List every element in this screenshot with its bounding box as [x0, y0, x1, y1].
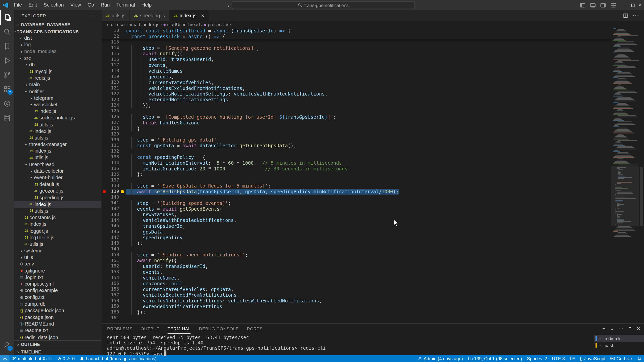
code-line[interactable]: 158vehiclesNotificationSettings: vehicle… — [101, 298, 611, 304]
editor-more-actions-icon[interactable]: ··· — [632, 12, 639, 19]
chevron-right-icon[interactable]: › — [28, 96, 34, 101]
status-indentation[interactable]: Spaces: 2 — [525, 355, 549, 362]
line-content[interactable]: }); — [126, 309, 611, 315]
chevron-right-icon[interactable]: › — [28, 169, 34, 174]
tree-item[interactable]: ▤.login.txt — [14, 274, 101, 281]
chevron-down-icon[interactable]: › — [19, 55, 24, 61]
line-content[interactable]: minNotificationInterval: 5 * 60 * 1000, … — [126, 160, 611, 166]
code-line[interactable]: 127break handlesGeozone — [101, 120, 611, 126]
line-content[interactable]: events, — [126, 62, 611, 68]
gutter[interactable]: 123 — [101, 97, 126, 103]
code-line[interactable]: 114step = '[Sending geozone notification… — [101, 45, 611, 51]
gutter[interactable]: 141 — [101, 200, 126, 206]
gutter[interactable]: 117 — [101, 62, 126, 68]
tree-item[interactable]: {}package.json — [14, 314, 101, 321]
line-number[interactable]: 145 — [107, 223, 119, 229]
code-line[interactable]: 128} — [101, 126, 611, 131]
tree-item[interactable]: ›dist — [14, 35, 101, 41]
panel-tab-terminal[interactable]: TERMINAL — [168, 324, 191, 334]
tree-item[interactable]: ▤readme.txt — [14, 327, 101, 334]
section-timeline[interactable]: › TIMELINE — [14, 348, 101, 355]
tree-item[interactable]: ›notifier — [14, 88, 101, 95]
line-content[interactable]: }; — [126, 171, 611, 177]
code-line[interactable]: 157vehiclesExcludedFromNotifications, — [101, 292, 611, 298]
line-number[interactable]: 159 — [107, 304, 119, 309]
line-number[interactable]: 136 — [107, 171, 119, 177]
line-content[interactable]: vehiclesNotificationSettings: vehiclesWi… — [126, 91, 611, 97]
line-number[interactable]: 22 — [107, 34, 119, 39]
nav-back-icon[interactable]: ← — [227, 2, 232, 8]
gutter[interactable]: 125 — [101, 108, 126, 114]
panel-tab-problems[interactable]: PROBLEMS — [107, 324, 133, 334]
chevron-down-icon[interactable]: › — [29, 102, 34, 108]
tree-item[interactable]: JSindex.js — [14, 201, 101, 207]
line-number[interactable]: 143 — [107, 212, 119, 217]
code-line[interactable]: 151await notify({ — [101, 258, 611, 263]
line-content[interactable]: extendedNotificationSettings — [126, 304, 611, 309]
code-line[interactable]: 131const gpsData = await dataCollector.g… — [101, 143, 611, 149]
chevron-right-icon[interactable]: › — [18, 42, 24, 48]
line-number[interactable]: 135 — [107, 166, 119, 172]
line-content[interactable]: await setRedisGpsData(transGpsUserId, gp… — [126, 189, 611, 195]
code-line[interactable]: 117events, — [101, 62, 611, 68]
line-content[interactable]: userId: transGpsUserId, — [126, 263, 611, 269]
gutter[interactable]: 147 — [101, 235, 126, 241]
line-content[interactable]: } — [126, 126, 611, 131]
code-line[interactable]: 132 — [101, 149, 611, 154]
code-line[interactable]: 141step = '[Building speed events]'; — [101, 200, 611, 206]
chevron-down-icon[interactable]: › — [24, 62, 29, 68]
gutter[interactable]: 10 — [101, 28, 126, 34]
line-number[interactable]: 138 — [107, 183, 119, 189]
code-line[interactable]: 129 — [101, 131, 611, 137]
tree-item[interactable]: JSmysql.js — [14, 68, 101, 75]
bookmarks-icon[interactable] — [0, 39, 14, 53]
status-cursor-position[interactable]: Ln 139, Col 1 (98 selected) — [465, 355, 525, 362]
line-content[interactable]: vehiclesWithEnabledNotifications, — [126, 217, 611, 223]
line-content[interactable]: step = '[Sending speed notifications]'; — [126, 252, 611, 258]
line-content[interactable]: const gpsData = await dataCollector.getC… — [126, 143, 611, 149]
sticky-scroll[interactable]: 10export const startUserThread = async (… — [101, 28, 611, 39]
terminal-output[interactable]: sent 504 bytes received 35 bytes 63.41 b… — [101, 334, 594, 356]
gutter[interactable]: 139 — [101, 189, 126, 195]
line-content[interactable] — [126, 39, 611, 45]
line-content[interactable]: step = '[Sending geozone notifications]'… — [126, 45, 611, 51]
line-content[interactable]: await notify({ — [126, 51, 611, 57]
tree-item[interactable]: ◆.gitignore — [14, 267, 101, 274]
gutter[interactable]: 159 — [101, 304, 126, 309]
gutter[interactable]: 152 — [101, 263, 126, 269]
edit-tab-speeding.js[interactable]: JSspeeding.js — [130, 10, 170, 21]
toggle-panel-icon[interactable] — [590, 3, 595, 7]
tree-item[interactable]: JSindex.js — [14, 128, 101, 134]
line-number[interactable]: 141 — [107, 200, 119, 206]
line-number[interactable]: 122 — [107, 91, 119, 97]
line-number[interactable]: 10 — [107, 28, 119, 34]
code-line[interactable]: 147speedingPolicy — [101, 235, 611, 241]
terminal-session-bash[interactable]: >_bash — [594, 342, 644, 349]
toggle-sidebar-icon[interactable] — [580, 3, 585, 7]
database-client-icon[interactable] — [0, 111, 14, 125]
code-editor[interactable]: 10export const startUserThread = async (… — [101, 28, 644, 324]
code-line[interactable]: 150step = '[Sending speed notifications]… — [101, 252, 611, 258]
line-number[interactable]: 124 — [107, 103, 119, 108]
line-number[interactable]: 161 — [107, 315, 119, 321]
menu-selection[interactable]: Selection — [40, 0, 67, 10]
line-number[interactable]: 115 — [107, 51, 119, 57]
code-line[interactable]: 138step = '[Save GpsData to Redis for 5 … — [101, 183, 611, 189]
line-number[interactable]: 155 — [107, 281, 119, 287]
gutter[interactable]: 140 — [101, 195, 126, 200]
panel-tab-ports[interactable]: PORTS — [247, 324, 263, 334]
gutter[interactable]: 129 — [101, 131, 126, 137]
line-content[interactable]: await notify({ — [126, 258, 611, 263]
gutter[interactable]: 114 — [101, 45, 126, 51]
gutter[interactable]: 153 — [101, 269, 126, 275]
status-eol[interactable]: LF — [567, 355, 578, 362]
close-tab-icon[interactable]: ✕ — [201, 13, 205, 18]
tree-item[interactable]: JSlogger.js — [14, 228, 101, 234]
tree-item[interactable]: JSsocket-notifier.js — [14, 115, 101, 121]
gutter[interactable]: 121 — [101, 85, 126, 91]
code-line[interactable]: 116userId: transGpsUserId, — [101, 57, 611, 62]
line-number[interactable]: 148 — [107, 241, 119, 246]
gutter[interactable]: 136 — [101, 171, 126, 177]
breakpoint-icon[interactable] — [103, 190, 106, 193]
line-number[interactable]: 152 — [107, 263, 119, 269]
